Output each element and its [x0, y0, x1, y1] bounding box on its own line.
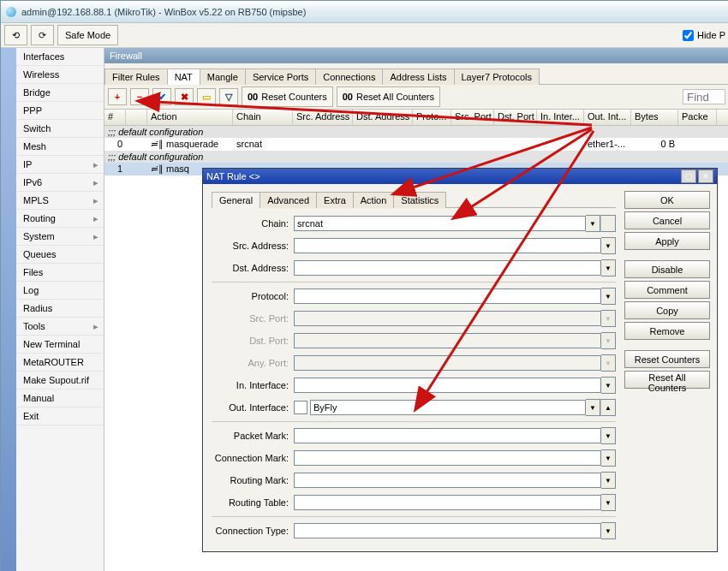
sidebar-item-log[interactable]: Log	[16, 282, 104, 300]
find-input[interactable]	[683, 89, 725, 104]
dropdown-icon[interactable]: ▼	[586, 215, 600, 232]
col-header[interactable]	[126, 110, 147, 125]
table-row[interactable]: 0≓∥ masqueradesrcnatether1-...0 B	[104, 138, 728, 151]
dialog-tab-advanced[interactable]: Advanced	[260, 192, 317, 208]
sidebar-item-make-supout-rif[interactable]: Make Supout.rif	[16, 372, 104, 390]
apply-button[interactable]: Apply	[624, 232, 710, 250]
hide-checkbox-wrap[interactable]: Hide P	[683, 30, 725, 41]
expand-icon[interactable]: ▼	[601, 427, 616, 444]
field-input[interactable]	[294, 378, 601, 393]
col-header[interactable]: #	[104, 110, 126, 125]
field-input[interactable]	[294, 216, 586, 231]
expand-icon[interactable]: ▼	[601, 449, 616, 467]
sidebar-item-exit[interactable]: Exit	[16, 407, 104, 425]
tab-service-ports[interactable]: Service Ports	[245, 68, 316, 85]
sidebar-item-manual[interactable]: Manual	[16, 390, 104, 407]
reset-all-counters-button[interactable]: 00Reset All Counters	[337, 86, 440, 107]
expand-icon[interactable]	[600, 215, 616, 232]
sidebar-item-ipv6[interactable]: IPv6	[16, 174, 104, 192]
sidebar-item-queues[interactable]: Queues	[16, 246, 104, 264]
field-input[interactable]	[294, 238, 601, 253]
expand-icon[interactable]: ▼	[601, 259, 616, 277]
col-header[interactable]: Src. Address	[293, 110, 353, 125]
sidebar-item-mesh[interactable]: Mesh	[16, 138, 104, 156]
sidebar-item-radius[interactable]: Radius	[16, 300, 104, 318]
col-header[interactable]: Action	[147, 110, 233, 125]
expand-icon[interactable]: ▼	[601, 472, 616, 489]
field-input[interactable]	[310, 400, 586, 415]
dialog-tab-action[interactable]: Action	[353, 192, 395, 208]
expand-icon[interactable]: ▲	[600, 399, 616, 416]
tab-connections[interactable]: Connections	[315, 68, 383, 85]
col-header[interactable]: Dst. Address	[353, 110, 413, 125]
tab-filter-rules[interactable]: Filter Rules	[104, 68, 168, 85]
invert-checkbox[interactable]	[294, 401, 307, 414]
remove-button[interactable]: Remove	[624, 322, 710, 340]
field-input[interactable]	[294, 428, 601, 443]
tab-layer7-protocols[interactable]: Layer7 Protocols	[454, 68, 540, 85]
col-header[interactable]: Proto...	[413, 110, 451, 125]
filter-button[interactable]: ▽	[219, 88, 238, 105]
expand-icon[interactable]: ▼	[601, 237, 616, 254]
col-header[interactable]: Out. Int...	[584, 110, 631, 125]
field-input[interactable]	[294, 495, 601, 510]
dialog-tab-statistics[interactable]: Statistics	[393, 192, 446, 208]
dialog-titlebar[interactable]: NAT Rule <> ▢ ✕	[203, 169, 717, 184]
safe-mode-button[interactable]: Safe Mode	[57, 25, 118, 45]
dialog-tab-extra[interactable]: Extra	[316, 192, 354, 208]
hide-checkbox[interactable]	[683, 30, 694, 41]
enable-button[interactable]: ✔	[152, 88, 171, 105]
ok-button[interactable]: OK	[624, 191, 710, 209]
field-input[interactable]	[294, 260, 601, 276]
tab-nat[interactable]: NAT	[167, 68, 200, 85]
field-input[interactable]	[294, 473, 601, 488]
sidebar-item-tools[interactable]: Tools	[16, 318, 104, 336]
expand-icon[interactable]: ▼	[601, 377, 616, 394]
dialog-tab-general[interactable]: General	[212, 192, 260, 208]
dialog-min-button[interactable]: ▢	[681, 170, 696, 183]
sidebar-item-interfaces[interactable]: Interfaces	[16, 48, 104, 66]
sidebar-item-bridge[interactable]: Bridge	[16, 84, 104, 102]
comment-button[interactable]: ▭	[197, 88, 216, 105]
col-header[interactable]: In. Inter...	[537, 110, 584, 125]
sidebar-item-ppp[interactable]: PPP	[16, 102, 104, 120]
disable-button[interactable]: Disable	[624, 260, 710, 278]
expand-icon[interactable]: ▼	[601, 522, 616, 539]
col-header[interactable]: Bytes	[631, 110, 678, 125]
add-button[interactable]: +	[108, 88, 127, 105]
cancel-button[interactable]: Cancel	[624, 211, 710, 229]
sidebar-item-metarouter[interactable]: MetaROUTER	[16, 354, 104, 372]
expand-icon[interactable]: ▼	[601, 494, 616, 511]
field-input[interactable]	[294, 288, 601, 304]
copy-button[interactable]: Copy	[624, 301, 710, 319]
col-header[interactable]: Src. Port	[451, 110, 494, 125]
sidebar-item-new-terminal[interactable]: New Terminal	[16, 336, 104, 354]
col-header[interactable]: Chain	[233, 110, 293, 125]
tab-address-lists[interactable]: Address Lists	[382, 68, 454, 85]
field-label: Out. Interface:	[212, 402, 289, 413]
field-input[interactable]	[294, 450, 601, 466]
reset-counters-button[interactable]: 00Reset Counters	[242, 86, 333, 107]
sidebar-item-files[interactable]: Files	[16, 264, 104, 282]
tab-mangle[interactable]: Mangle	[200, 68, 246, 85]
sidebar-item-wireless[interactable]: Wireless	[16, 66, 104, 84]
sidebar-item-routing[interactable]: Routing	[16, 210, 104, 228]
reset-counters-button[interactable]: Reset Counters	[624, 350, 710, 368]
remove-button[interactable]: −	[130, 88, 149, 105]
field-input[interactable]	[294, 523, 601, 538]
group-row: ;;; default configuration	[104, 126, 728, 138]
expand-icon[interactable]: ▼	[601, 288, 616, 305]
undo-button[interactable]: ⟲	[4, 25, 27, 45]
disable-button[interactable]: ✖	[175, 88, 194, 105]
dialog-close-button[interactable]: ✕	[698, 170, 713, 183]
comment-button[interactable]: Comment	[624, 281, 710, 299]
dropdown-icon[interactable]: ▼	[586, 399, 600, 416]
sidebar-item-system[interactable]: System	[16, 228, 104, 246]
reset-all-counters-button[interactable]: Reset All Counters	[624, 371, 710, 389]
sidebar-item-mpls[interactable]: MPLS	[16, 192, 104, 210]
redo-button[interactable]: ⟳	[31, 25, 54, 45]
sidebar-item-ip[interactable]: IP	[16, 156, 104, 174]
sidebar-item-switch[interactable]: Switch	[16, 120, 104, 138]
col-header[interactable]: Dst. Port	[494, 110, 537, 125]
col-header[interactable]: Packe	[678, 110, 717, 125]
